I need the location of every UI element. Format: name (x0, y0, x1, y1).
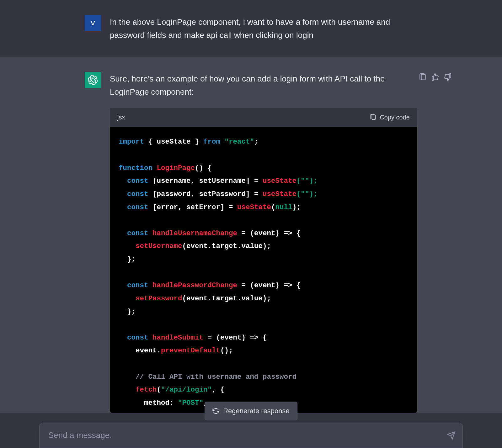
openai-logo-icon (88, 75, 98, 85)
assistant-message-content: Sure, here's an example of how you can a… (110, 72, 417, 413)
input-area (39, 423, 463, 448)
regenerate-response-button[interactable]: Regenerate response (205, 402, 297, 420)
assistant-message-inner: Sure, here's an example of how you can a… (85, 72, 417, 413)
chat-container: V In the above LoginPage component, i wa… (0, 0, 502, 448)
user-message-text: In the above LoginPage component, i want… (110, 15, 417, 42)
code-block: jsx Copy code import { useState } from "… (110, 108, 417, 413)
regenerate-label: Regenerate response (223, 407, 290, 415)
copy-code-label: Copy code (380, 114, 410, 121)
copy-message-icon[interactable] (419, 73, 427, 81)
messages-list: V In the above LoginPage component, i wa… (0, 0, 502, 448)
code-header: jsx Copy code (110, 108, 417, 127)
clipboard-icon (370, 114, 376, 121)
message-actions (419, 73, 452, 81)
user-avatar-initial: V (91, 19, 95, 27)
user-message: V In the above LoginPage component, i wa… (0, 0, 502, 57)
assistant-intro-text: Sure, here's an example of how you can a… (110, 72, 417, 98)
message-input[interactable] (48, 430, 444, 440)
assistant-message: Sure, here's an example of how you can a… (0, 57, 502, 413)
user-avatar: V (85, 15, 101, 31)
code-language-label: jsx (117, 112, 125, 122)
thumbs-down-icon[interactable] (444, 73, 452, 81)
thumbs-up-icon[interactable] (431, 73, 439, 81)
svg-rect-1 (421, 75, 425, 80)
message-input-box[interactable] (39, 423, 463, 448)
copy-code-button[interactable]: Copy code (370, 114, 410, 121)
user-message-inner: V In the above LoginPage component, i wa… (85, 15, 417, 42)
regenerate-icon (212, 408, 219, 414)
assistant-avatar (85, 72, 101, 88)
code-content[interactable]: import { useState } from "react"; functi… (110, 127, 417, 413)
send-icon[interactable] (447, 431, 456, 440)
svg-rect-0 (372, 115, 376, 120)
